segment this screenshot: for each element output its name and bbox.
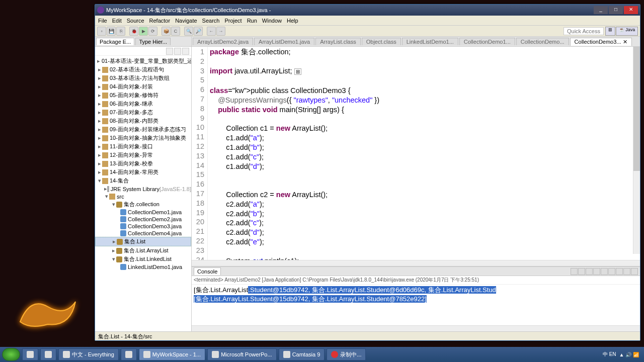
forward-button[interactable]: → (216, 27, 225, 36)
project-node[interactable]: ▸03-基本语法-方法与数组 (95, 74, 191, 82)
taskbar-recording[interactable]: 录制中... (327, 348, 366, 360)
editor-tab[interactable]: CollectionDemo... (516, 38, 569, 45)
menu-file[interactable]: File (98, 18, 107, 24)
menu-refactor[interactable]: Refactor (149, 18, 171, 24)
project-node[interactable]: ▸13-面向对象-校拳 (95, 159, 191, 168)
system-tray[interactable]: 中 EN ▲ 🔊 📶 (603, 351, 642, 358)
search-button[interactable]: 🔎 (194, 27, 203, 36)
project-node[interactable]: ▸06-面向对象-继承 (95, 100, 191, 108)
menu-search[interactable]: Search (202, 18, 220, 24)
project-node[interactable]: ▸08-面向对象-内部类 (95, 117, 191, 125)
editor-tab[interactable]: ArrayListDemo1.java (254, 38, 314, 45)
project-node[interactable]: ▸12-面向对象-异常 (95, 151, 191, 159)
new-package-button[interactable]: 📦 (162, 27, 171, 36)
type-hierarchy-tab[interactable]: Type Hier... (135, 38, 171, 45)
menu-window[interactable]: Window (262, 18, 282, 24)
editor-tab[interactable]: CollectionDemo1... (459, 38, 515, 45)
file-node[interactable]: CollectionDemo1.java (95, 209, 191, 216)
back-button[interactable]: ← (207, 27, 216, 36)
run-last-button[interactable]: ⟳ (148, 27, 157, 36)
package-explorer-tab[interactable]: Package E... (96, 38, 134, 45)
menu-project[interactable]: Project (224, 18, 242, 24)
tray-icons[interactable]: ▲ 🔊 📶 (619, 352, 639, 357)
taskbar-eclipse[interactable]: MyWorkSpace - 1... (139, 348, 205, 360)
java-perspective-button[interactable]: ☕ Java (616, 27, 638, 36)
package-node[interactable]: ▾集合.List.LinkedList (95, 255, 191, 263)
open-type-button[interactable]: 🔍 (184, 27, 193, 36)
window-title: MyWorkSpace - 14-集合/src/集合/collection/Co… (106, 7, 594, 14)
project-node[interactable]: ▸11-面向对象-接口 (95, 142, 191, 151)
taskbar-everything[interactable]: 中文 - Everything (58, 348, 119, 360)
project-node[interactable]: ▾14-集合 (95, 176, 191, 185)
maximize-button[interactable]: □ (609, 6, 623, 14)
start-button[interactable] (2, 348, 20, 361)
menu-navigate[interactable]: Navigate (175, 18, 197, 24)
console-output[interactable]: [集合.List.ArrayList.Student@15db9742, 集合.… (192, 285, 640, 325)
minimize-button[interactable]: _ (594, 6, 608, 14)
file-node[interactable]: CollectionDemo2.java (95, 216, 191, 223)
horizontal-scrollbar[interactable] (192, 260, 640, 266)
jre-node[interactable]: ▸JRE System Library [JavaSE-1.8] (95, 185, 191, 193)
vertical-scrollbar[interactable] (633, 47, 640, 254)
view-menu-button[interactable] (182, 48, 189, 55)
project-node[interactable]: ▸04-面向对象-封装 (95, 82, 191, 91)
package-explorer-tree[interactable]: ▸01-基本语法-变量_常量_数据类型_运算...▸02-基本语法-流程语句▸0… (95, 56, 191, 331)
src-node[interactable]: ▾src (95, 193, 191, 200)
menu-run[interactable]: Run (247, 18, 257, 24)
file-node[interactable]: CollectionDemo4.java (95, 230, 191, 237)
code-editor[interactable]: 12356789101112131415161718192021222324 p… (192, 47, 640, 260)
clear-console-button[interactable] (593, 268, 600, 275)
project-node[interactable]: ▸09-面向对象-封装继承多态练习 (95, 125, 191, 134)
editor-tab[interactable]: ArrayList.class (315, 38, 361, 45)
pin-console-button[interactable] (608, 268, 615, 275)
close-button[interactable]: ✕ (624, 6, 638, 14)
menu-edit[interactable]: Edit (112, 18, 122, 24)
editor-tab[interactable]: CollectionDemo3... ✕ (570, 38, 632, 46)
window-titlebar[interactable]: MyWorkSpace - 14-集合/src/集合/collection/Co… (95, 5, 640, 16)
line-gutter[interactable]: 12356789101112131415161718192021222324 (192, 47, 208, 260)
project-node[interactable]: ▸02-基本语法-流程语句 (95, 65, 191, 74)
console-minimize-button[interactable] (623, 268, 630, 275)
menu-help[interactable]: Help (287, 18, 298, 24)
file-node[interactable]: LinkedListDemo1.java (95, 263, 191, 270)
console-maximize-button[interactable] (631, 268, 638, 275)
tray-lang[interactable]: 中 EN (603, 351, 616, 358)
project-node[interactable]: ▸01-基本语法-变量_常量_数据类型_运算... (95, 57, 191, 65)
taskbar-powerpoint[interactable]: Microsoft PowerPo... (207, 348, 276, 360)
quick-access[interactable]: Quick Access (564, 27, 604, 35)
taskbar-pin[interactable] (40, 348, 56, 360)
new-class-button[interactable]: C (171, 27, 180, 36)
menu-source[interactable]: Source (127, 18, 144, 24)
editor-tab[interactable]: LinkedListDemo1... (402, 38, 458, 45)
taskbar-camtasia[interactable]: Camtasia 9 (279, 348, 325, 360)
package-node-selected[interactable]: ▸集合.List (95, 237, 191, 246)
file-node[interactable]: CollectionDemo3.java (95, 223, 191, 230)
debug-button[interactable]: 🐞 (129, 27, 138, 36)
project-node[interactable]: ▸14-面向对象-常用类 (95, 168, 191, 176)
terminate-button[interactable] (571, 268, 578, 275)
taskbar-pin[interactable] (22, 348, 38, 360)
console-tab[interactable]: Console (194, 267, 221, 275)
new-button[interactable]: ▫ (97, 27, 106, 36)
run-button[interactable]: ▶ (139, 27, 148, 36)
remove-launch-button[interactable] (578, 268, 585, 275)
windows-taskbar[interactable]: 中文 - Everything MyWorkSpace - 1... Micro… (0, 347, 644, 362)
scroll-lock-button[interactable] (601, 268, 608, 275)
project-node[interactable]: ▸07-面向对象-多态 (95, 108, 191, 117)
taskbar-chrome[interactable] (121, 348, 137, 360)
save-button[interactable]: 💾 (107, 27, 116, 36)
console-scrollbar[interactable] (192, 325, 640, 331)
project-node[interactable]: ▸10-面向对象-抽象方法与抽象类 (95, 134, 191, 142)
collapse-all-button[interactable] (166, 48, 173, 55)
editor-tab[interactable]: ArrayListDemo2.java (193, 38, 253, 45)
display-console-button[interactable] (616, 268, 623, 275)
package-node[interactable]: ▸集合.List.ArrayList (95, 246, 191, 255)
editor-tab[interactable]: Object.class (362, 38, 401, 45)
code-area[interactable]: package 集合.collection; import java.util.… (208, 47, 640, 260)
link-editor-button[interactable] (174, 48, 181, 55)
open-perspective-button[interactable]: ⊞ (605, 27, 615, 36)
package-node[interactable]: ▾集合.collection (95, 200, 191, 209)
remove-all-button[interactable] (586, 268, 593, 275)
save-all-button[interactable]: ⎘ (116, 27, 125, 36)
project-node[interactable]: ▸05-面向对象-修饰符 (95, 91, 191, 100)
